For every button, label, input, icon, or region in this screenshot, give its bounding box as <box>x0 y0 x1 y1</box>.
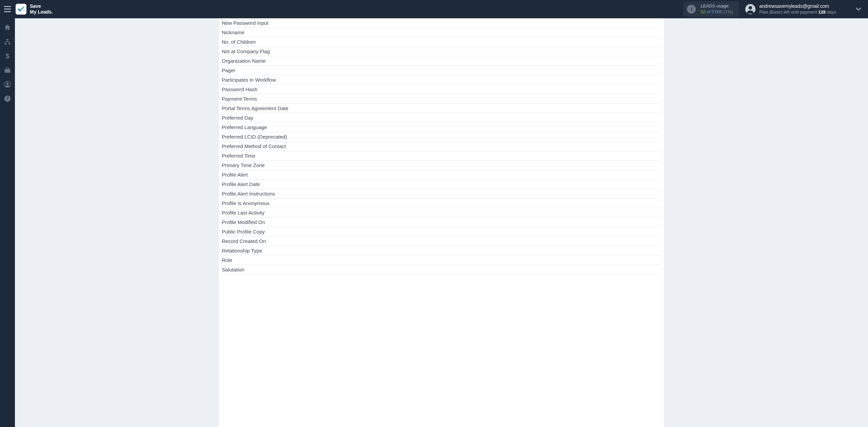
field-option[interactable]: New Password Input <box>222 18 661 28</box>
field-option[interactable]: Preferred Time <box>222 151 661 161</box>
svg-text:$: $ <box>5 53 9 59</box>
field-option[interactable]: Participates in Workflow <box>222 75 661 85</box>
sidebar-item-billing[interactable]: $ <box>0 49 15 63</box>
user-menu-toggle[interactable] <box>856 6 861 12</box>
field-list: New Password InputNicknameNo. of Childre… <box>219 18 664 274</box>
field-option[interactable]: Profile Modified On <box>222 218 661 227</box>
logo[interactable]: Save My Leads. <box>16 3 53 15</box>
question-icon: ? <box>4 95 11 102</box>
field-option[interactable]: Organization Name <box>222 56 661 66</box>
sitemap-icon <box>4 38 11 45</box>
field-option[interactable]: Primary Time Zone <box>222 161 661 170</box>
logo-icon <box>16 4 26 15</box>
logo-text: Save My Leads. <box>30 3 53 15</box>
sidebar-item-help[interactable]: ? <box>0 92 15 106</box>
chevron-down-icon <box>856 7 861 11</box>
app-header: Save My Leads. i LEADS usage: 52 of 5'00… <box>0 0 868 18</box>
svg-rect-9 <box>5 69 11 73</box>
briefcase-icon <box>4 67 11 73</box>
header-right: i LEADS usage: 52 of 5'000 (1%) andrew <box>684 1 868 17</box>
layout: $ ? New Password InputNicknameNo. of <box>0 18 868 427</box>
usage-badge[interactable]: i LEADS usage: 52 of 5'000 (1%) <box>684 1 739 17</box>
field-option[interactable]: Password Hash <box>222 85 661 94</box>
field-option[interactable]: Public Profile Copy <box>222 227 661 237</box>
menu-toggle[interactable] <box>0 0 15 18</box>
field-option[interactable]: Nickname <box>222 28 661 37</box>
field-option[interactable]: Relationship Type <box>222 246 661 256</box>
avatar-icon <box>745 4 755 14</box>
field-option[interactable]: Pager <box>222 66 661 75</box>
svg-point-11 <box>6 82 9 85</box>
sidebar-item-connections[interactable] <box>0 35 15 49</box>
field-option[interactable]: Payment Terms <box>222 94 661 104</box>
home-icon <box>4 24 11 31</box>
svg-point-4 <box>749 6 752 9</box>
field-option[interactable]: Profile Last Activity <box>222 208 661 218</box>
svg-rect-2 <box>4 11 11 12</box>
field-option[interactable]: Profile Is Anonymous <box>222 199 661 208</box>
svg-rect-6 <box>5 43 6 44</box>
field-list-panel: New Password InputNicknameNo. of Childre… <box>219 18 664 427</box>
main-content: New Password InputNicknameNo. of Childre… <box>15 18 868 427</box>
field-option[interactable]: Profile Alert <box>222 170 661 180</box>
svg-rect-7 <box>8 43 10 44</box>
hamburger-icon <box>4 6 11 12</box>
field-option[interactable]: Profile Alert Instructions <box>222 189 661 199</box>
svg-rect-5 <box>7 39 8 40</box>
user-icon <box>4 81 11 88</box>
dollar-icon: $ <box>5 53 10 59</box>
field-option[interactable]: Preferred LCID (Deprecated) <box>222 132 661 142</box>
field-option[interactable]: Portal Terms Agreement Date <box>222 104 661 113</box>
field-option[interactable]: Profile Alert Date <box>222 180 661 189</box>
field-option[interactable]: Not at Company Flag <box>222 47 661 56</box>
field-option[interactable]: Preferred Day <box>222 113 661 123</box>
svg-text:?: ? <box>6 96 9 101</box>
user-info: andrewsavemyleads@gmail.com Plan |Basic|… <box>760 3 836 15</box>
svg-rect-1 <box>4 9 11 10</box>
field-option[interactable]: Preferred Method of Contact <box>222 142 661 151</box>
sidebar-item-briefcase[interactable] <box>0 63 15 77</box>
field-option[interactable]: Salutation <box>222 265 661 274</box>
user-block[interactable]: andrewsavemyleads@gmail.com Plan |Basic|… <box>745 3 836 15</box>
field-option[interactable]: Record Created On <box>222 237 661 246</box>
field-option[interactable]: No. of Children <box>222 37 661 47</box>
sidebar-item-profile[interactable] <box>0 77 15 92</box>
sidebar: $ ? <box>0 18 15 427</box>
sidebar-item-home[interactable] <box>0 20 15 35</box>
svg-rect-0 <box>4 6 11 7</box>
field-option[interactable]: Preferred Language <box>222 123 661 132</box>
field-option[interactable]: Role <box>222 256 661 265</box>
usage-text: LEADS usage: 52 of 5'000 (1%) <box>701 3 733 15</box>
info-icon: i <box>687 5 696 14</box>
